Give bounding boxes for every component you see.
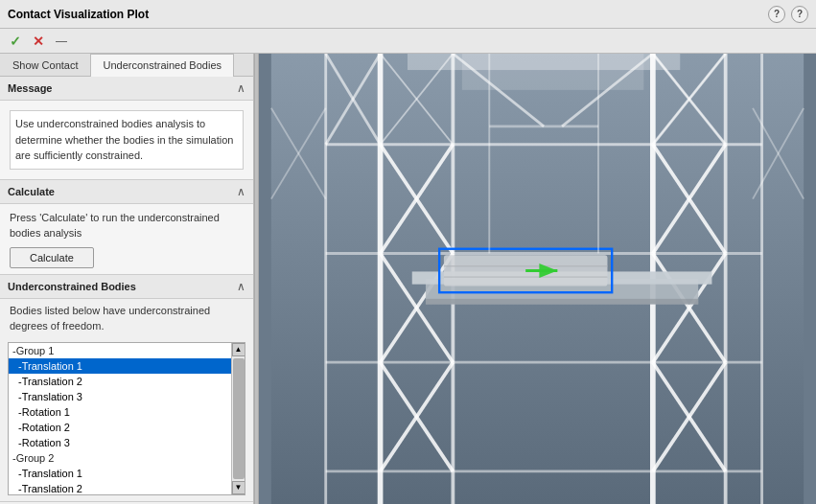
calculate-collapse-icon: ∧	[237, 185, 245, 198]
pin-button[interactable]: —	[52, 32, 71, 51]
list-item[interactable]: -Translation 3	[9, 389, 231, 404]
underconstrained-description: Bodies listed below have underconstraine…	[0, 299, 253, 336]
window-title: Contact Visualization Plot	[8, 8, 760, 21]
message-section-title: Message	[8, 82, 52, 94]
list-item[interactable]: -Translation 1	[9, 466, 231, 481]
toolbar: ✓ ✕ —	[0, 29, 816, 54]
calculate-info-text: Press 'Calculate' to run the underconstr…	[10, 210, 244, 241]
underconstrained-section-header[interactable]: Underconstrained Bodies ∧	[0, 275, 253, 299]
underconstrained-collapse-icon: ∧	[237, 280, 245, 293]
message-section: Message ∧ Use underconstrained bodies an…	[0, 77, 253, 180]
calculate-section-body: Press 'Calculate' to run the underconstr…	[0, 204, 253, 274]
panel-content: Message ∧ Use underconstrained bodies an…	[0, 77, 253, 504]
3d-viewport	[259, 54, 816, 504]
structure-svg	[259, 54, 816, 504]
underconstrained-section-title: Underconstrained Bodies	[8, 281, 136, 292]
list-item[interactable]: -Rotation 2	[9, 420, 231, 435]
list-item[interactable]: -Rotation 1	[9, 404, 231, 420]
message-section-header[interactable]: Message ∧	[0, 77, 253, 101]
calculate-section: Calculate ∧ Press 'Calculate' to run the…	[0, 180, 253, 275]
list-scrollbar: ▲ ▼	[231, 343, 245, 494]
tabs: Show Contact Underconstrained Bodies	[0, 54, 253, 77]
underconstrained-section: Underconstrained Bodies ∧ Bodies listed …	[0, 275, 253, 502]
tab-underconstrained-bodies[interactable]: Underconstrained Bodies	[90, 54, 234, 77]
underconstrained-list-container: -Group 1 -Translation 1 -Translation 2 -…	[8, 342, 245, 495]
calculate-button[interactable]: Calculate	[10, 247, 94, 268]
scrollbar-thumb[interactable]	[233, 358, 245, 479]
message-text: Use underconstrained bodies analysis to …	[10, 110, 244, 170]
list-item[interactable]: -Rotation 3	[9, 435, 231, 450]
scrollbar-down-button[interactable]: ▼	[232, 481, 245, 494]
svg-rect-39	[408, 54, 680, 70]
list-item[interactable]: -Group 1	[9, 343, 231, 358]
help-icon-2[interactable]: ?	[791, 6, 808, 23]
x-icon: ✕	[33, 34, 44, 49]
pin-icon: —	[56, 34, 67, 48]
help-icon-1[interactable]: ?	[768, 6, 785, 23]
list-item[interactable]: -Translation 1	[9, 358, 231, 374]
list-item[interactable]: -Translation 2	[9, 374, 231, 389]
title-icons: ? ?	[768, 6, 808, 23]
main-layout: Show Contact Underconstrained Bodies Mes…	[0, 54, 816, 504]
message-section-body: Use underconstrained bodies analysis to …	[0, 101, 253, 179]
list-item[interactable]: -Translation 2	[9, 481, 231, 494]
scrollbar-up-button[interactable]: ▲	[232, 343, 245, 356]
tab-show-contact[interactable]: Show Contact	[0, 54, 90, 76]
list-item[interactable]: -Group 2	[9, 450, 231, 466]
cancel-button[interactable]: ✕	[29, 32, 48, 51]
left-panel: Show Contact Underconstrained Bodies Mes…	[0, 54, 254, 504]
title-bar: Contact Visualization Plot ? ?	[0, 0, 816, 29]
calculate-section-header[interactable]: Calculate ∧	[0, 180, 253, 204]
confirm-button[interactable]: ✓	[6, 32, 25, 51]
svg-rect-29	[426, 299, 698, 305]
check-icon: ✓	[10, 34, 21, 49]
underconstrained-list[interactable]: -Group 1 -Translation 1 -Translation 2 -…	[9, 343, 231, 494]
calculate-section-title: Calculate	[8, 186, 55, 197]
message-collapse-icon: ∧	[237, 81, 245, 95]
